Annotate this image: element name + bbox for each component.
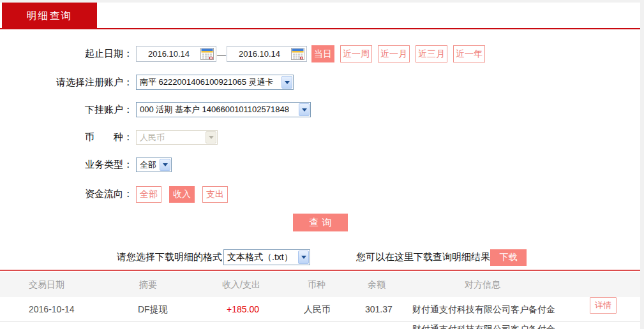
header-income-expense: 收入/支出 xyxy=(222,272,260,297)
cell-balance: 301.37 xyxy=(365,297,393,321)
cell-currency: 人民币 xyxy=(304,297,331,321)
chevron-down-icon[interactable] xyxy=(281,76,292,89)
quick-range-week-button[interactable]: 近一周 xyxy=(340,45,372,62)
header-currency: 币种 xyxy=(308,272,326,297)
cell-counterparty: 财付通支付科技有限公司客户备付金 xyxy=(412,324,578,329)
tab-label: 明细查询 xyxy=(27,10,73,23)
chevron-down-icon[interactable] xyxy=(160,159,170,171)
table-header-row: 交易日期 摘要 收入/支出 币种 余额 对方信息 xyxy=(0,272,640,297)
detail-query-page: 明细查询 起止日期： 2016.10.14 xyxy=(0,0,644,329)
header-balance: 余额 xyxy=(368,272,386,297)
download-button[interactable]: 下载 xyxy=(490,249,527,266)
cell-amount: +185.00 xyxy=(227,297,259,321)
date-range-label: 起止日期： xyxy=(0,48,133,60)
fund-direction-income-button[interactable]: 收入 xyxy=(169,186,195,203)
cell-counterparty: 财付通支付科技有限公司客户备付金 xyxy=(412,297,555,321)
download-format-select[interactable]: 文本格式（.txt） xyxy=(223,249,310,265)
calendar-icon[interactable] xyxy=(291,48,304,60)
business-type-label: 业务类型： xyxy=(0,159,133,171)
download-hint-text: 您可以在这里下载查询明细结果 xyxy=(356,251,490,263)
download-format-value: 文本格式（.txt） xyxy=(227,252,293,263)
currency-label: 币 种： xyxy=(0,131,133,143)
currency-value: 人民币 xyxy=(140,132,165,143)
sub-account-select[interactable]: 000 活期 基本户 1406600101102571848 xyxy=(136,102,311,117)
download-format-label: 请您选择下载明细的格式 xyxy=(117,251,222,263)
chevron-down-icon[interactable] xyxy=(298,251,309,264)
start-date-input[interactable]: 2016.10.14 xyxy=(136,46,216,62)
registered-account-value: 南平 6222001406100921065 灵通卡 xyxy=(140,77,274,88)
header-transaction-date: 交易日期 xyxy=(29,272,64,297)
business-type-value: 全部 xyxy=(140,159,156,171)
table-row: 2016-10-14 DF提现 +185.00 人民币 301.37 财付通支付… xyxy=(0,297,640,322)
query-button[interactable]: 查询 xyxy=(293,214,348,231)
business-type-row: 业务类型： 全部 xyxy=(0,157,640,172)
business-type-select[interactable]: 全部 xyxy=(136,157,172,172)
fund-direction-row: 资金流向： 全部 收入 支出 xyxy=(0,186,640,203)
calendar-icon[interactable] xyxy=(200,48,214,60)
header-counterparty: 对方信息 xyxy=(465,272,500,297)
currency-row: 币 种： 人民币 xyxy=(0,130,640,145)
registered-account-label: 请选择注册账户： xyxy=(0,77,133,89)
registered-account-row: 请选择注册账户： 南平 6222001406100921065 灵通卡 xyxy=(0,75,640,90)
download-row: 请您选择下载明细的格式 文本格式（.txt） 您可以在这里下载查询明细结果 下载 xyxy=(0,249,640,266)
table-row-partial: 财付通支付科技有限公司客户备付金 xyxy=(0,322,640,329)
tab-underline xyxy=(0,28,640,29)
cell-transaction-date: 2016-10-14 xyxy=(29,297,75,321)
fund-direction-expense-button[interactable]: 支出 xyxy=(202,186,228,203)
currency-select: 人民币 xyxy=(136,130,218,145)
cell-summary: DF提现 xyxy=(138,297,168,321)
quick-range-today-button[interactable]: 当日 xyxy=(311,45,334,62)
sub-account-label: 下挂账户： xyxy=(0,104,133,116)
registered-account-select[interactable]: 南平 6222001406100921065 灵通卡 xyxy=(136,75,294,90)
tab-detail-query[interactable]: 明细查询 xyxy=(2,3,97,29)
quick-range-quarter-button[interactable]: 近三月 xyxy=(416,45,447,62)
chevron-down-icon[interactable] xyxy=(299,103,310,116)
start-date-value: 2016.10.14 xyxy=(148,49,190,59)
end-date-value: 2016.10.14 xyxy=(239,49,280,59)
end-date-input[interactable]: 2016.10.14 xyxy=(227,46,307,62)
date-range-separator: — xyxy=(216,49,227,59)
quick-range-year-button[interactable]: 近一年 xyxy=(453,45,485,62)
table-top-separator xyxy=(0,270,640,271)
detail-button[interactable]: 详情 xyxy=(590,297,617,314)
fund-direction-label: 资金流向： xyxy=(0,188,133,200)
chevron-down-icon xyxy=(206,131,216,143)
fund-direction-all-button[interactable]: 全部 xyxy=(136,186,161,203)
quick-range-month-button[interactable]: 近一月 xyxy=(378,45,410,62)
sub-account-row: 下挂账户： 000 活期 基本户 1406600101102571848 xyxy=(0,102,640,117)
date-range-row: 起止日期： 2016.10.14 xyxy=(0,45,640,62)
header-summary: 摘要 xyxy=(139,272,157,297)
page-right-strip xyxy=(640,3,644,329)
sub-account-value: 000 活期 基本户 1406600101102571848 xyxy=(140,104,289,115)
